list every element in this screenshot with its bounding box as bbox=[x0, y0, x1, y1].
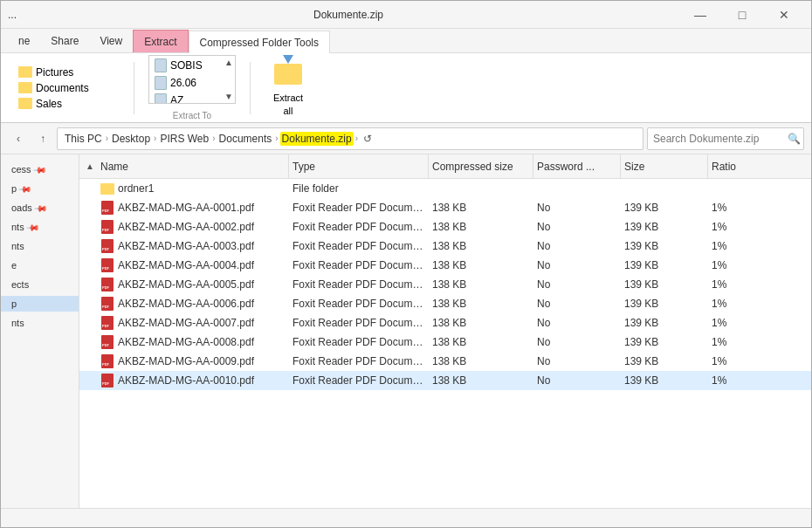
cell-password: No bbox=[533, 278, 621, 291]
pdf-icon bbox=[100, 278, 114, 291]
sidebar-item-nts3[interactable]: nts bbox=[1, 315, 79, 331]
table-row[interactable]: AKBZ-MAD-MG-AA-0010.pdfFoxit Reader PDF … bbox=[79, 371, 811, 390]
sidebar-pin-cess: 📌 bbox=[32, 162, 46, 176]
sidebar-item-oads[interactable]: oads 📌 bbox=[1, 200, 79, 216]
path-segment-documents[interactable]: Documents bbox=[217, 132, 274, 146]
cell-compressed-size: 138 KB bbox=[429, 240, 533, 252]
table-row[interactable]: AKBZ-MAD-MG-AA-0007.pdfFoxit Reader PDF … bbox=[79, 313, 811, 333]
path-dropdown-chevron[interactable]: › bbox=[355, 134, 358, 143]
path-segment-thispc[interactable]: This PC bbox=[63, 132, 104, 146]
table-row[interactable]: AKBZ-MAD-MG-AA-0005.pdfFoxit Reader PDF … bbox=[79, 275, 811, 294]
table-row[interactable]: AKBZ-MAD-MG-AA-0001.pdfFoxit Reader PDF … bbox=[79, 198, 811, 217]
file-name-text: AKBZ-MAD-MG-AA-0004.pdf bbox=[118, 259, 254, 271]
file-label-2606: 26.06 bbox=[170, 77, 196, 89]
back-button[interactable]: ‹ bbox=[8, 128, 29, 149]
search-input[interactable] bbox=[653, 133, 784, 145]
sidebar-item-ects[interactable]: ects bbox=[1, 277, 79, 292]
sidebar-item-cess[interactable]: cess 📌 bbox=[1, 161, 79, 177]
pdf-icon bbox=[100, 374, 114, 387]
tab-view[interactable]: View bbox=[89, 30, 133, 52]
cell-ratio: 1% bbox=[708, 278, 760, 291]
column-header-type[interactable]: Type bbox=[289, 154, 429, 178]
sidebar-label-e: e bbox=[11, 260, 17, 271]
ribbon-folder-sales[interactable]: Sales bbox=[15, 97, 120, 111]
folder-icon bbox=[100, 182, 114, 195]
file-name-text: AKBZ-MAD-MG-AA-0010.pdf bbox=[118, 374, 254, 387]
sidebar-pin-p1: 📌 bbox=[18, 182, 32, 195]
file-label-sobis: SOBIS bbox=[170, 59, 203, 72]
sidebar-item-p1[interactable]: p 📌 bbox=[1, 181, 79, 196]
cell-ratio: 1% bbox=[708, 336, 760, 348]
column-header-compressed[interactable]: Compressed size bbox=[429, 154, 533, 178]
cell-size: 139 KB bbox=[621, 336, 708, 348]
ribbon-file-sobis[interactable]: SOBIS bbox=[151, 58, 233, 73]
column-header-password[interactable]: Password ... bbox=[533, 154, 621, 178]
table-row[interactable]: AKBZ-MAD-MG-AA-0008.pdfFoxit Reader PDF … bbox=[79, 333, 811, 352]
path-refresh-button[interactable]: ↺ bbox=[363, 133, 372, 145]
sidebar: cess 📌 p 📌 oads 📌 nts 📌 nts e ec bbox=[1, 154, 79, 508]
folder-label-pictures: Pictures bbox=[36, 66, 73, 79]
cell-password: No bbox=[533, 317, 621, 329]
address-path: This PC › Desktop › PIRS Web › Documents… bbox=[57, 127, 643, 150]
cell-size: 139 KB bbox=[621, 221, 708, 233]
close-button[interactable]: ✕ bbox=[764, 2, 804, 28]
extract-all-icon bbox=[272, 58, 304, 90]
tab-compressed-folder-tools[interactable]: Compressed Folder Tools bbox=[189, 31, 331, 53]
table-row[interactable]: AKBZ-MAD-MG-AA-0002.pdfFoxit Reader PDF … bbox=[79, 217, 811, 237]
table-row[interactable]: AKBZ-MAD-MG-AA-0003.pdfFoxit Reader PDF … bbox=[79, 237, 811, 256]
sidebar-label-nts3: nts bbox=[11, 318, 24, 328]
file-name-text: AKBZ-MAD-MG-AA-0007.pdf bbox=[118, 317, 254, 329]
path-segment-desktop[interactable]: Desktop bbox=[110, 132, 152, 146]
ribbon-folder-pictures[interactable]: Pictures bbox=[15, 65, 120, 79]
column-header-name[interactable]: Name bbox=[97, 154, 289, 178]
column-header-size[interactable]: Size bbox=[621, 154, 708, 178]
path-segment-pirsweb[interactable]: PIRS Web bbox=[158, 132, 210, 146]
tab-share[interactable]: Share bbox=[40, 30, 89, 52]
table-row[interactable]: AKBZ-MAD-MG-AA-0006.pdfFoxit Reader PDF … bbox=[79, 294, 811, 313]
table-row[interactable]: AKBZ-MAD-MG-AA-0009.pdfFoxit Reader PDF … bbox=[79, 352, 811, 371]
file-icon-2606 bbox=[155, 76, 167, 90]
scroll-down-arrow[interactable]: ▼ bbox=[224, 92, 233, 101]
cell-type: Foxit Reader PDF Docume... bbox=[289, 374, 429, 387]
cell-password: No bbox=[533, 298, 621, 310]
minimize-button[interactable]: — bbox=[680, 2, 720, 28]
cell-compressed-size: 138 KB bbox=[429, 221, 533, 233]
scroll-up-arrow[interactable]: ▲ bbox=[224, 58, 233, 67]
path-segment-dokumentezip[interactable]: Dokumente.zip bbox=[280, 132, 354, 146]
sidebar-item-e[interactable]: e bbox=[1, 257, 79, 273]
ribbon-tabs: ne Share View Extract Compressed Folder … bbox=[1, 29, 811, 53]
pdf-icon bbox=[100, 316, 114, 330]
up-button[interactable]: ↑ bbox=[32, 128, 53, 149]
sidebar-item-nts1[interactable]: nts 📌 bbox=[1, 219, 79, 235]
cell-name: ordner1 bbox=[97, 182, 289, 195]
column-headers: ▲ Name Type Compressed size Password ...… bbox=[79, 154, 811, 179]
extract-all-button[interactable]: Extractall bbox=[265, 54, 312, 121]
sidebar-item-p2[interactable]: p bbox=[1, 296, 79, 312]
sidebar-item-nts2[interactable]: nts bbox=[1, 238, 79, 254]
pdf-icon bbox=[100, 239, 114, 253]
tab-extract[interactable]: Extract bbox=[133, 30, 188, 52]
path-chevron-3: › bbox=[212, 134, 215, 143]
search-icon: 🔍 bbox=[788, 133, 801, 145]
maximize-button[interactable]: □ bbox=[722, 2, 762, 28]
table-row[interactable]: ordner1File folder bbox=[79, 179, 811, 198]
cell-type: Foxit Reader PDF Docume... bbox=[289, 221, 429, 233]
cell-compressed-size: 138 KB bbox=[429, 355, 533, 367]
title-bar-left: ... bbox=[8, 9, 17, 21]
cell-type: Foxit Reader PDF Docume... bbox=[289, 355, 429, 367]
file-name-text: AKBZ-MAD-MG-AA-0008.pdf bbox=[118, 336, 254, 348]
ribbon-file-az[interactable]: AZ bbox=[151, 93, 233, 104]
table-row[interactable]: AKBZ-MAD-MG-AA-0004.pdfFoxit Reader PDF … bbox=[79, 256, 811, 275]
cell-name: AKBZ-MAD-MG-AA-0010.pdf bbox=[97, 374, 289, 387]
ribbon-folder-documents[interactable]: Documents bbox=[15, 81, 120, 95]
pdf-icon bbox=[100, 354, 114, 368]
main-window: ... Dokumente.zip — □ ✕ ne Share View Ex… bbox=[0, 0, 812, 528]
cell-type: Foxit Reader PDF Docume... bbox=[289, 298, 429, 310]
tab-ne[interactable]: ne bbox=[8, 30, 40, 52]
column-header-ratio[interactable]: Ratio bbox=[708, 154, 760, 178]
cell-password: No bbox=[533, 374, 621, 387]
title-bar: ... Dokumente.zip — □ ✕ bbox=[1, 1, 811, 29]
sort-toggle-button[interactable]: ▲ bbox=[83, 154, 97, 179]
ribbon-file-2606[interactable]: 26.06 bbox=[151, 75, 233, 91]
pdf-icon bbox=[100, 220, 114, 234]
